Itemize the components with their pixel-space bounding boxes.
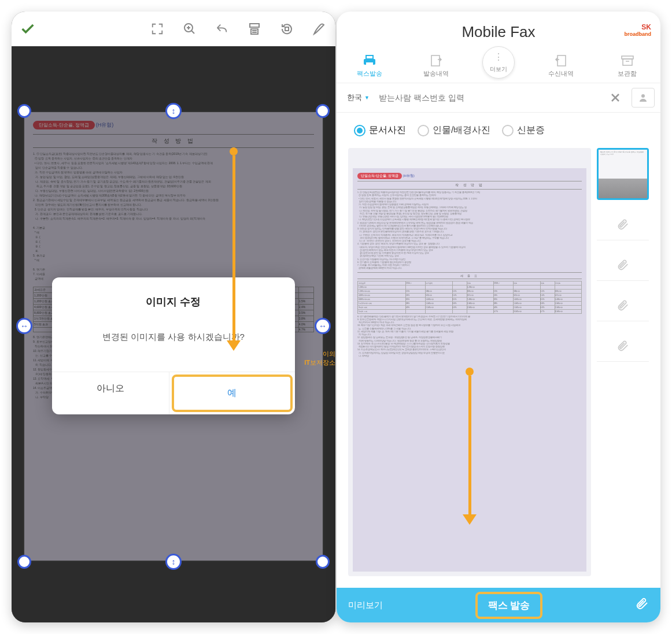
tab-more[interactable]: ⋮ 더보기: [482, 46, 515, 79]
app-title: Mobile Fax: [461, 23, 535, 41]
clear-button[interactable]: [604, 88, 627, 107]
contact-button[interactable]: [632, 88, 655, 107]
svg-rect-9: [431, 55, 440, 66]
tab-archive[interactable]: 보관함: [607, 50, 648, 83]
attach-slot-4[interactable]: [597, 330, 649, 362]
annotation-arrow-2: [463, 368, 477, 525]
dialog-message: 변경된 이미지를 사용 하시겠습니까?: [52, 332, 295, 343]
crop-handle-br[interactable]: [316, 555, 330, 569]
send-fax-button[interactable]: 팩스 발송: [475, 592, 543, 619]
archive-icon: [620, 54, 635, 67]
paperclip-icon: [616, 258, 629, 271]
preview-area: 단일소득-단순율, 정액급 (H유형) 작 성 방 법 1. ◎ 단일소득금(모…: [337, 148, 660, 588]
svg-rect-12: [623, 59, 632, 65]
magnify-button[interactable]: [179, 18, 200, 39]
chevron-down-icon: ▼: [364, 95, 370, 101]
fax-header: Mobile Fax SK broadband: [337, 12, 660, 47]
attach-button[interactable]: [635, 596, 649, 614]
dots-icon: ⋮: [491, 51, 506, 63]
sk-logo: SK broadband: [625, 23, 652, 37]
thumbnail-1[interactable]: 텍스트 미리보기 문서 단일 소득 단순율 정액급 작성방법 사업자 신규 조건: [597, 148, 649, 200]
watermark: 이의 IT보저장소: [304, 350, 335, 367]
dialog-title: 이미지 수정: [52, 295, 295, 309]
rotate-button[interactable]: [276, 18, 297, 39]
svg-point-14: [641, 94, 645, 98]
editor-canvas[interactable]: 단일소득-단순율, 정액급 (H유형) 작 성 방 법 1. ◎ 단일소득금(모…: [12, 46, 335, 622]
attach-slot-3[interactable]: [597, 290, 649, 321]
paperclip-icon: [616, 299, 629, 312]
tab-sent[interactable]: 발송내역: [416, 50, 456, 83]
nav-tabs: 팩스발송 발송내역 ⋮ 더보기 수신내역 보관함: [337, 47, 660, 83]
radio-icon: [502, 125, 514, 136]
crop-handle-tl[interactable]: [17, 104, 31, 118]
crop-handle-left[interactable]: ↔: [16, 318, 32, 334]
confirm-dialog: 이미지 수정 변경된 이미지를 사용 하시겠습니까? 아니오 예: [52, 277, 295, 414]
fax-number-input[interactable]: [379, 93, 599, 102]
radio-doc-photo[interactable]: 문서사진: [354, 124, 406, 136]
main-preview[interactable]: 단일소득-단순율, 정액급 (H유형) 작 성 방 법 1. ◎ 단일소득금(모…: [348, 148, 591, 576]
doc-out-icon: [429, 54, 444, 67]
doc-in-icon: [553, 54, 568, 67]
dialog-yes-button[interactable]: 예: [172, 375, 293, 412]
bottom-bar: 미리보기 팩스 발송: [337, 588, 660, 622]
svg-rect-2: [251, 29, 258, 34]
crop-handle-tr[interactable]: [316, 104, 330, 118]
svg-rect-8: [366, 62, 373, 66]
svg-rect-10: [557, 55, 566, 66]
country-select[interactable]: 한국 ▼: [342, 88, 374, 107]
printer-icon: [362, 54, 377, 67]
paperclip-icon: [635, 596, 649, 610]
thumbnail-sidebar: 텍스트 미리보기 문서 단일 소득 단순율 정액급 작성방법 사업자 신규 조건: [597, 148, 649, 576]
paperclip-icon: [616, 339, 629, 352]
svg-rect-5: [285, 27, 289, 31]
radio-icon: [418, 125, 429, 136]
print-button[interactable]: [244, 18, 265, 39]
attach-slot-2[interactable]: [597, 249, 649, 281]
tab-send[interactable]: 팩스발송: [349, 50, 390, 83]
annotation-arrow-1: [227, 147, 241, 351]
image-editor-screen: 단일소득-단순율, 정액급 (H유형) 작 성 방 법 1. ◎ 단일소득금(모…: [12, 12, 335, 622]
undo-button[interactable]: [212, 18, 232, 39]
editor-toolbar: [12, 12, 335, 46]
dialog-no-button[interactable]: 아니오: [52, 372, 169, 414]
fax-app-screen: Mobile Fax SK broadband 팩스발송 발송내역 ⋮ 더보기: [337, 12, 660, 622]
confirm-button[interactable]: [17, 18, 38, 39]
crop-handle-bl[interactable]: [17, 555, 31, 569]
fullscreen-button[interactable]: [147, 18, 168, 39]
svg-rect-1: [250, 24, 259, 27]
svg-rect-7: [366, 55, 373, 59]
photo-type-selector: 문서사진 인물/배경사진 신분증: [337, 113, 660, 148]
crop-handle-bottom[interactable]: ↕: [165, 554, 182, 570]
recipient-row: 한국 ▼: [337, 83, 660, 113]
preview-button[interactable]: 미리보기: [348, 600, 383, 611]
paperclip-icon: [616, 218, 629, 231]
attach-slot-1[interactable]: [597, 209, 649, 240]
crop-handle-top[interactable]: ↕: [165, 103, 182, 119]
radio-icon: [354, 125, 365, 136]
crop-handle-right[interactable]: ↔: [315, 318, 331, 334]
tab-received[interactable]: 수신내역: [541, 50, 581, 83]
radio-person-photo[interactable]: 인물/배경사진: [418, 124, 490, 136]
pen-button[interactable]: [309, 18, 330, 39]
radio-id-photo[interactable]: 신분증: [502, 124, 545, 136]
